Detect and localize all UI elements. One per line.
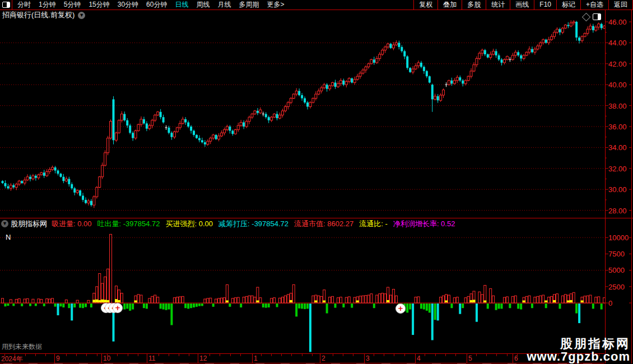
chevron-down-icon[interactable]: ▼ xyxy=(78,12,85,19)
accumulation-mark xyxy=(134,300,137,302)
candle-up xyxy=(345,82,347,85)
price-label: 30.00 xyxy=(608,185,632,194)
volume-bar-up xyxy=(478,292,481,303)
mark-button[interactable]: 标记 xyxy=(556,0,580,10)
top-toolbar: 分时 1分钟 5分钟 15分钟 30分钟 60分钟 日线 周线 月线 多周期 更… xyxy=(0,0,633,10)
candle-down xyxy=(21,181,23,183)
volume-bar-up xyxy=(52,298,54,303)
tab-30min[interactable]: 30分钟 xyxy=(114,0,142,10)
volume-bar-up xyxy=(271,298,273,303)
tab-15min[interactable]: 15分钟 xyxy=(85,0,113,10)
signal-marker[interactable]: + xyxy=(113,304,123,313)
candle-up xyxy=(581,36,583,40)
candle-up xyxy=(440,95,442,100)
minor-tick xyxy=(271,354,272,356)
candle-up xyxy=(101,165,104,177)
accumulation-mark xyxy=(118,300,120,302)
candle-up xyxy=(315,94,317,98)
candlestick-pane[interactable] xyxy=(0,20,633,218)
add-favorite-button[interactable]: +自选 xyxy=(580,0,608,10)
candle-down xyxy=(517,52,519,55)
volume-bar-up xyxy=(353,297,356,303)
volume-bar-up xyxy=(179,297,181,303)
candle-up xyxy=(534,49,536,53)
volume-bar-up xyxy=(120,293,123,303)
volume-bar-up xyxy=(204,299,206,303)
minor-tick xyxy=(45,354,46,356)
layout-toggle-button[interactable] xyxy=(0,0,12,10)
tab-more[interactable]: 更多> xyxy=(263,0,288,10)
tab-5min[interactable]: 5分钟 xyxy=(60,0,85,10)
volume-bar-down xyxy=(168,304,170,310)
volume-bar-up xyxy=(587,296,589,303)
f10-button[interactable]: F10 xyxy=(534,0,556,10)
candle-up xyxy=(290,99,292,102)
tab-multi-period[interactable]: 多周期 xyxy=(235,0,263,10)
tab-weekly[interactable]: 周线 xyxy=(192,0,213,10)
volume-bar-down xyxy=(342,304,345,307)
tab-60min[interactable]: 60分钟 xyxy=(142,0,171,10)
draw-line-button[interactable]: 画线 xyxy=(510,0,534,10)
candle-down xyxy=(68,179,70,184)
candle-down xyxy=(459,77,461,81)
volume-bar-down xyxy=(73,304,76,307)
candle-up xyxy=(525,52,528,55)
candle-up xyxy=(154,115,156,120)
price-label: 46.00 xyxy=(608,18,632,26)
volume-bar-down xyxy=(426,304,428,311)
candle-up xyxy=(157,112,159,115)
candle-down xyxy=(409,68,411,72)
indicator-header: ▼ 股朋指标网 吸进量: 0.00吐出量: -397854.72买进强烈: 0.… xyxy=(0,219,604,228)
candle-down xyxy=(601,24,603,28)
indicator-pane[interactable]: «««++ xyxy=(0,229,633,353)
tab-fenshi[interactable]: 分时 xyxy=(13,0,35,10)
candle-down xyxy=(229,127,231,130)
volume-bar-up xyxy=(514,296,516,303)
candle-up xyxy=(221,133,223,136)
minor-tick xyxy=(302,354,302,356)
accumulation-mark xyxy=(470,300,473,302)
candle-down xyxy=(204,142,206,144)
tab-monthly[interactable]: 月线 xyxy=(213,0,235,10)
minor-tick xyxy=(394,354,394,356)
candle-up xyxy=(587,29,589,33)
volume-bar-up xyxy=(481,295,483,303)
back-button[interactable]: 返回 xyxy=(608,0,632,10)
minor-tick xyxy=(128,354,128,356)
volume-bar-down xyxy=(85,304,87,307)
volume-bar-up xyxy=(564,295,566,303)
candle-up xyxy=(287,102,289,106)
minor-tick xyxy=(97,354,97,356)
candle-down xyxy=(398,43,400,46)
minor-tick xyxy=(517,354,518,356)
candle-down xyxy=(79,190,81,195)
candle-up xyxy=(118,120,120,133)
candle-up xyxy=(65,179,67,181)
fuquan-button[interactable]: 复权 xyxy=(413,0,437,10)
volume-bar-up xyxy=(370,294,373,303)
volume-bar-up xyxy=(492,296,495,303)
multi-stock-button[interactable]: 多股 xyxy=(462,0,486,10)
volume-bar-up xyxy=(110,234,112,303)
candle-up xyxy=(514,52,516,55)
minor-tick xyxy=(25,354,26,356)
candle-up xyxy=(337,83,339,87)
indicator-collapse-icon[interactable]: ▼ xyxy=(1,220,8,227)
candle-up xyxy=(104,153,106,165)
candle-up xyxy=(323,85,325,88)
candle-up xyxy=(173,132,175,137)
stats-button[interactable]: 统计 xyxy=(486,0,510,10)
candle-down xyxy=(215,135,217,139)
panel-layout-icon-small[interactable] xyxy=(593,13,601,20)
candle-up xyxy=(412,69,414,72)
volume-bar-up xyxy=(332,296,334,303)
overlay-button[interactable]: 叠加 xyxy=(437,0,462,10)
tab-1min[interactable]: 1分钟 xyxy=(35,0,60,10)
candle-down xyxy=(462,81,464,84)
time-axis[interactable]: 2024年 9101112123456 xyxy=(0,353,604,363)
tab-daily[interactable]: 日线 xyxy=(171,0,192,10)
signal-marker[interactable]: + xyxy=(396,304,406,314)
minor-tick xyxy=(404,354,405,356)
volume-bar-up xyxy=(464,298,467,303)
candle-down xyxy=(54,167,57,171)
